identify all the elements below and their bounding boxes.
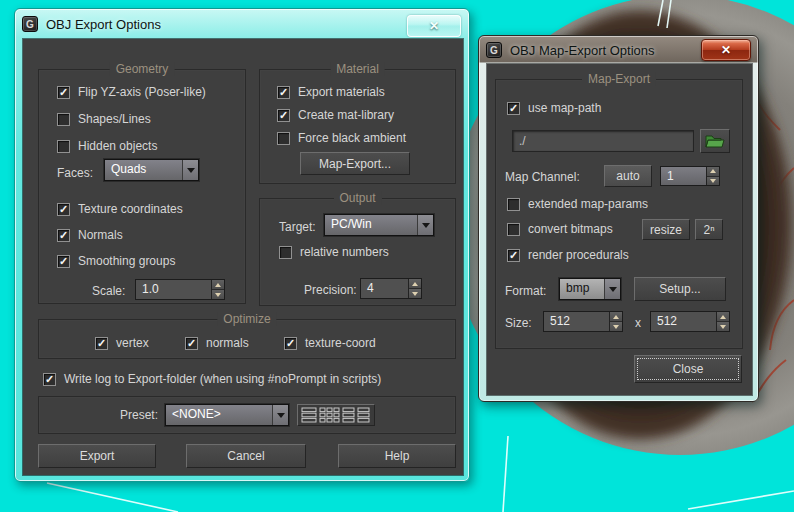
size-label: Size: [505, 316, 532, 330]
size-width-spinner[interactable]: 512 [543, 311, 623, 332]
spin-down-icon[interactable] [409, 288, 421, 298]
checkbox-normals[interactable]: ✓ Normals [57, 228, 123, 242]
size-height-spinner[interactable]: 512 [650, 311, 730, 332]
precision-label: Precision: [304, 283, 357, 297]
map-export-button[interactable]: Map-Export... [300, 152, 410, 175]
spin-down-icon[interactable] [212, 289, 224, 299]
export-window-titlebar[interactable]: G OBJ Export Options [15, 9, 469, 39]
checkbox-label: extended map-params [528, 197, 648, 211]
help-button[interactable]: Help [338, 444, 456, 468]
checkbox-flip-yz[interactable]: ✓ Flip YZ-axis (Poser-like) [57, 85, 206, 99]
checkbox-optimize-vertex[interactable]: ✓ vertex [95, 336, 149, 350]
checkbox-box: ✓ [57, 229, 70, 242]
chevron-down-icon[interactable] [182, 160, 198, 180]
checkbox-box: ✓ [57, 203, 70, 216]
checkbox-export-materials[interactable]: ✓ Export materials [277, 85, 385, 99]
output-group: Output Target: PC/Win relative numbers P… [259, 198, 456, 306]
checkbox-convert-bitmaps[interactable]: convert bitmaps [507, 222, 613, 236]
checkbox-texture-coordinates[interactable]: ✓ Texture coordinates [57, 202, 183, 216]
map-channel-label: Map Channel: [505, 170, 580, 184]
power-of-two-button[interactable]: 2ⁿ [695, 219, 723, 240]
check-icon: ✓ [97, 338, 106, 349]
window-title: OBJ Map-Export Options [510, 43, 655, 58]
checkbox-label: vertex [116, 336, 149, 350]
checkbox-smoothing-groups[interactable]: ✓ Smoothing groups [57, 254, 175, 268]
checkbox-render-procedurals[interactable]: ✓ render procedurals [507, 248, 629, 262]
spin-up-icon[interactable] [212, 280, 224, 289]
preset-dropdown[interactable]: <NONE> [165, 404, 289, 426]
spin-down-icon[interactable] [717, 321, 729, 331]
chevron-down-icon[interactable] [417, 215, 433, 235]
checkbox-extended-map-params[interactable]: extended map-params [507, 197, 648, 211]
app-icon: G [22, 16, 38, 32]
spinner-buttons[interactable] [609, 312, 622, 331]
checkbox-write-log[interactable]: ✓ Write log to Export-folder (when using… [43, 372, 381, 386]
checkbox-create-matlib[interactable]: ✓ Create mat-library [277, 108, 394, 122]
checkbox-box: ✓ [185, 337, 198, 350]
checkbox-label: Write log to Export-folder (when using #… [64, 372, 381, 386]
resize-button[interactable]: resize [642, 219, 690, 240]
spinner-buttons[interactable] [211, 280, 224, 299]
check-icon: ✓ [59, 230, 68, 241]
checkbox-label: normals [206, 336, 249, 350]
close-button[interactable]: ✕ [701, 39, 751, 61]
chevron-down-icon[interactable] [272, 405, 288, 425]
setup-button[interactable]: Setup... [634, 277, 726, 301]
spin-down-icon[interactable] [707, 176, 719, 186]
spin-up-icon[interactable] [610, 312, 622, 321]
checkbox-use-map-path[interactable]: ✓ use map-path [507, 101, 601, 115]
checkbox-box: ✓ [95, 337, 108, 350]
check-icon: ✓ [509, 103, 518, 114]
checkbox-box: ✓ [284, 337, 297, 350]
group-title: Material [330, 62, 385, 76]
checkbox-box: ✓ [277, 86, 290, 99]
spin-up-icon[interactable] [717, 312, 729, 321]
export-dialog-client: Geometry ✓ Flip YZ-axis (Poser-like) Sha… [23, 39, 463, 475]
spinner-buttons[interactable] [408, 279, 421, 298]
faces-dropdown[interactable]: Quads [104, 159, 199, 181]
scale-spinner[interactable]: 1.0 [135, 279, 225, 300]
checkbox-label: relative numbers [300, 245, 389, 259]
format-dropdown[interactable]: bmp [559, 278, 621, 300]
spin-up-icon[interactable] [409, 279, 421, 288]
faces-label: Faces: [57, 166, 93, 180]
checkbox-label: Force black ambient [298, 131, 406, 145]
checkbox-relative-numbers[interactable]: relative numbers [279, 245, 389, 259]
obj-map-export-options-window[interactable]: G OBJ Map-Export Options ✕ Map-Export ✓ … [478, 35, 759, 402]
preset-label: Preset: [120, 408, 158, 422]
target-dropdown[interactable]: PC/Win [324, 214, 434, 236]
checkbox-label: Hidden objects [78, 139, 157, 153]
preset-manager-button[interactable] [297, 404, 375, 426]
preset-grid-icon [301, 407, 371, 423]
map-path-input[interactable]: ./ [512, 130, 694, 152]
checkbox-box: ✓ [43, 373, 56, 386]
auto-button[interactable]: auto [604, 165, 652, 187]
checkbox-optimize-normals[interactable]: ✓ normals [185, 336, 249, 350]
check-icon: ✓ [187, 338, 196, 349]
checkbox-shapes-lines[interactable]: Shapes/Lines [57, 112, 151, 126]
map-channel-spinner[interactable]: 1 [660, 166, 720, 186]
checkbox-optimize-texture-coord[interactable]: ✓ texture-coord [284, 336, 376, 350]
spin-up-icon[interactable] [707, 167, 719, 176]
checkbox-force-black-ambient[interactable]: Force black ambient [277, 131, 406, 145]
cancel-button[interactable]: Cancel [186, 444, 306, 468]
precision-spinner[interactable]: 4 [360, 278, 422, 299]
spin-down-icon[interactable] [610, 321, 622, 331]
chevron-down-icon[interactable] [604, 279, 620, 299]
size-height-value: 512 [651, 312, 716, 331]
spinner-buttons[interactable] [716, 312, 729, 331]
close-button[interactable]: ✕ [407, 15, 461, 37]
dropdown-value: PC/Win [325, 215, 417, 235]
group-title: Geometry [110, 62, 175, 76]
obj-export-options-window[interactable]: G OBJ Export Options ✕ Geometry ✓ Flip Y… [14, 8, 470, 482]
geometry-group: Geometry ✓ Flip YZ-axis (Poser-like) Sha… [38, 69, 246, 304]
checkbox-label: use map-path [528, 101, 601, 115]
spinner-buttons[interactable] [706, 167, 719, 185]
export-button[interactable]: Export [38, 444, 156, 468]
window-title: OBJ Export Options [46, 17, 161, 32]
close-dialog-button[interactable]: Close [634, 355, 742, 383]
checkbox-label: Flip YZ-axis (Poser-like) [78, 85, 206, 99]
browse-folder-button[interactable] [700, 129, 730, 153]
checkbox-label: Texture coordinates [78, 202, 183, 216]
checkbox-hidden-objects[interactable]: Hidden objects [57, 139, 157, 153]
